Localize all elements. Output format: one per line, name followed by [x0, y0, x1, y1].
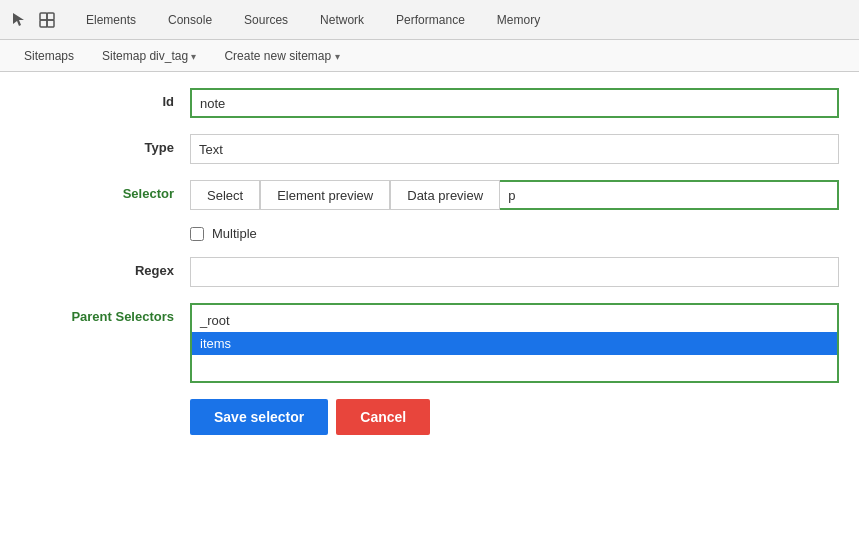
id-input[interactable] [190, 88, 839, 118]
main-form: Id Type Selector Select Element preview … [0, 72, 859, 451]
type-row: Type [20, 134, 839, 164]
sub-toolbar: Sitemaps Sitemap div_tag ▾ Create new si… [0, 40, 859, 72]
svg-rect-2 [40, 20, 47, 27]
chevron-down-icon: ▾ [191, 51, 196, 62]
layers-icon[interactable] [36, 9, 58, 31]
parent-selectors-list: _root items [190, 303, 839, 383]
multiple-row: Multiple [20, 226, 839, 241]
cancel-button[interactable]: Cancel [336, 399, 430, 435]
tab-memory[interactable]: Memory [481, 5, 556, 35]
type-label: Type [20, 134, 190, 155]
element-preview-button[interactable]: Element preview [260, 180, 390, 210]
nav-tabs: Elements Console Sources Network Perform… [70, 5, 556, 35]
id-label: Id [20, 88, 190, 109]
selector-label: Selector [20, 180, 190, 201]
save-selector-button[interactable]: Save selector [190, 399, 328, 435]
svg-rect-0 [40, 13, 47, 20]
selector-row: Selector Select Element preview Data pre… [20, 180, 839, 210]
chevron-down-icon-2: ▾ [335, 51, 340, 62]
sub-tab-create-sitemap[interactable]: Create new sitemap ▾ [212, 45, 351, 67]
tab-sources[interactable]: Sources [228, 5, 304, 35]
parent-selectors-label: Parent Selectors [20, 303, 190, 324]
regex-input[interactable] [190, 257, 839, 287]
data-preview-button[interactable]: Data preview [390, 180, 500, 210]
toolbar-icons [8, 9, 58, 31]
tab-performance[interactable]: Performance [380, 5, 481, 35]
parent-selector-items[interactable]: items [192, 332, 837, 355]
cursor-icon[interactable] [8, 9, 30, 31]
svg-rect-3 [47, 20, 54, 27]
select-button[interactable]: Select [190, 180, 260, 210]
svg-rect-1 [47, 13, 54, 20]
selector-controls: Select Element preview Data preview [190, 180, 839, 210]
sub-tab-sitemap-div-tag[interactable]: Sitemap div_tag ▾ [90, 45, 208, 67]
multiple-checkbox[interactable] [190, 227, 204, 241]
type-input[interactable] [190, 134, 839, 164]
sub-tab-sitemaps[interactable]: Sitemaps [12, 45, 86, 67]
tab-elements[interactable]: Elements [70, 5, 152, 35]
parent-selector-root[interactable]: _root [192, 309, 837, 332]
parent-selectors-row: Parent Selectors _root items [20, 303, 839, 383]
selector-value-input[interactable] [500, 180, 839, 210]
regex-row: Regex [20, 257, 839, 287]
tab-console[interactable]: Console [152, 5, 228, 35]
top-toolbar: Elements Console Sources Network Perform… [0, 0, 859, 40]
regex-label: Regex [20, 257, 190, 278]
id-row: Id [20, 88, 839, 118]
tab-network[interactable]: Network [304, 5, 380, 35]
action-row: Save selector Cancel [20, 399, 839, 435]
multiple-label: Multiple [212, 226, 257, 241]
